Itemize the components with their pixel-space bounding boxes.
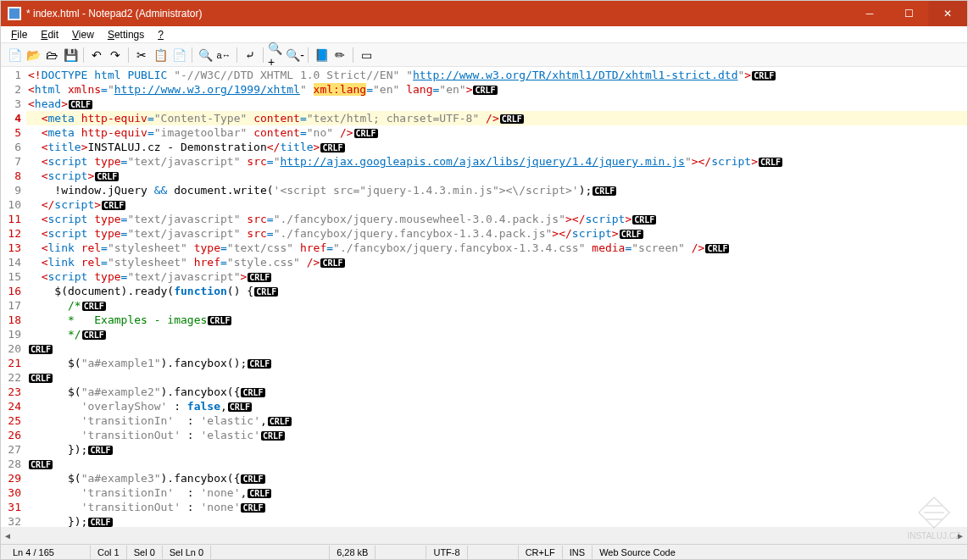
- menu-view[interactable]: View: [65, 27, 101, 42]
- wordwrap-icon[interactable]: ⤶: [242, 47, 259, 64]
- menubar: File Edit View Settings ?: [1, 26, 967, 43]
- statusbar: Ln 4 / 165 Col 1 Sel 0 Sel Ln 0 6,28 kB …: [1, 544, 967, 559]
- status-sel-lines[interactable]: Sel Ln 0: [163, 546, 211, 559]
- status-filesize[interactable]: 6,28 kB: [330, 546, 376, 559]
- toolbar: 📄 📂 🗁 💾 ↶ ↷ ✂ 📋 📄 🔍 a↔ ⤶ 🔍+ 🔍- 📘 ✏ ▭: [1, 43, 967, 67]
- menu-edit[interactable]: Edit: [34, 27, 65, 42]
- browse-icon[interactable]: 🗁: [43, 47, 60, 64]
- scroll-track[interactable]: [28, 529, 940, 542]
- find-icon[interactable]: 🔍: [197, 47, 214, 64]
- menu-help[interactable]: ?: [151, 27, 170, 42]
- customize-icon[interactable]: ✏: [331, 47, 348, 64]
- menu-file[interactable]: File: [4, 27, 34, 42]
- save-icon[interactable]: 💾: [62, 47, 79, 64]
- copy-icon[interactable]: 📋: [152, 47, 169, 64]
- undo-icon[interactable]: ↶: [88, 47, 105, 64]
- status-column[interactable]: Col 1: [91, 546, 127, 559]
- horizontal-scrollbar[interactable]: ◄ ►: [1, 527, 967, 544]
- status-eol[interactable]: CR+LF: [519, 546, 563, 559]
- rect-select-icon[interactable]: ▭: [358, 47, 375, 64]
- status-spacer3: [468, 546, 519, 559]
- code-area[interactable]: <!DOCTYPE html PUBLIC "-//W3C//DTD XHTML…: [26, 68, 967, 527]
- menu-settings[interactable]: Settings: [101, 27, 151, 42]
- maximize-button[interactable]: ☐: [889, 1, 928, 26]
- cut-icon[interactable]: ✂: [133, 47, 150, 64]
- zoom-out-icon[interactable]: 🔍-: [287, 47, 303, 64]
- zoom-in-icon[interactable]: 🔍+: [268, 47, 285, 64]
- close-button[interactable]: ✕: [928, 1, 967, 26]
- replace-icon[interactable]: a↔: [215, 47, 232, 64]
- paste-icon[interactable]: 📄: [170, 47, 187, 64]
- status-spacer1: [211, 546, 330, 559]
- titlebar[interactable]: * index.html - Notepad2 (Administrator) …: [1, 1, 967, 26]
- minimize-button[interactable]: ─: [850, 1, 889, 26]
- status-filetype[interactable]: Web Source Code: [592, 546, 682, 559]
- status-mode[interactable]: INS: [563, 546, 592, 559]
- svg-rect-1: [9, 8, 19, 19]
- open-icon[interactable]: 📂: [25, 47, 42, 64]
- scroll-left-icon[interactable]: ◄: [1, 529, 14, 542]
- status-encoding[interactable]: UTF-8: [426, 546, 467, 559]
- scheme-icon[interactable]: 📘: [313, 47, 330, 64]
- status-position[interactable]: Ln 4 / 165: [6, 546, 91, 559]
- new-icon[interactable]: 📄: [6, 47, 23, 64]
- app-icon: [8, 7, 21, 20]
- window-title: * index.html - Notepad2 (Administrator): [26, 8, 850, 19]
- editor[interactable]: 1234567891011121314151617181920212223242…: [1, 68, 967, 527]
- line-gutter: 1234567891011121314151617181920212223242…: [1, 68, 26, 527]
- status-selection[interactable]: Sel 0: [127, 546, 163, 559]
- status-spacer2: [376, 546, 426, 559]
- watermark: INSTALUJ.CZ: [907, 496, 960, 541]
- redo-icon[interactable]: ↷: [107, 47, 124, 64]
